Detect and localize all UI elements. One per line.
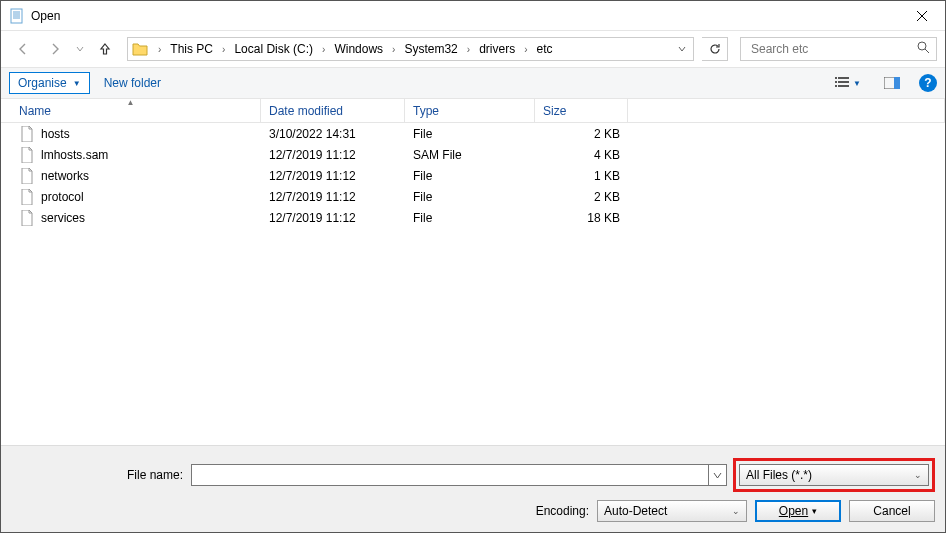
chevron-down-icon: ▼ [73, 79, 81, 88]
file-size: 2 KB [535, 190, 628, 204]
file-list[interactable]: hosts3/10/2022 14:31File2 KBlmhosts.sam1… [1, 123, 945, 445]
file-name: hosts [41, 127, 70, 141]
column-header-date[interactable]: Date modified [261, 99, 405, 122]
file-icon [19, 126, 35, 142]
view-options-button[interactable]: ▼ [831, 72, 865, 94]
column-header-type[interactable]: Type [405, 99, 535, 122]
file-date: 12/7/2019 11:12 [261, 169, 405, 183]
breadcrumb-item[interactable]: Windows [330, 38, 387, 60]
file-row[interactable]: hosts3/10/2022 14:31File2 KB [1, 123, 945, 144]
folder-icon [129, 38, 151, 60]
search-icon[interactable] [914, 41, 932, 57]
chevron-down-icon: ⌄ [732, 506, 740, 516]
file-size: 2 KB [535, 127, 628, 141]
svg-line-8 [925, 49, 929, 53]
title-bar: Open [1, 1, 945, 31]
organise-button[interactable]: Organise ▼ [9, 72, 90, 94]
breadcrumb-item[interactable]: drivers [475, 38, 519, 60]
file-type: File [405, 169, 535, 183]
encoding-select[interactable]: Auto-Detect ⌄ [597, 500, 747, 522]
file-row[interactable]: networks12/7/2019 11:12File1 KB [1, 165, 945, 186]
back-button[interactable] [9, 35, 37, 63]
file-type: File [405, 211, 535, 225]
open-button[interactable]: Open ▾ [755, 500, 841, 522]
window-title: Open [31, 9, 899, 23]
preview-pane-button[interactable] [875, 72, 909, 94]
column-header-name[interactable]: Name ▲ [1, 99, 261, 122]
file-type-filter[interactable]: All Files (*.*) ⌄ [739, 464, 929, 486]
svg-rect-12 [838, 81, 849, 83]
svg-rect-11 [835, 81, 837, 83]
file-date: 12/7/2019 11:12 [261, 211, 405, 225]
nav-row: › This PC › Local Disk (C:) › Windows › … [1, 31, 945, 67]
filename-input[interactable] [191, 464, 709, 486]
svg-rect-10 [838, 77, 849, 79]
svg-rect-9 [835, 77, 837, 79]
breadcrumb-item[interactable]: etc [533, 38, 557, 60]
file-row[interactable]: protocol12/7/2019 11:12File2 KB [1, 186, 945, 207]
sort-ascending-icon: ▲ [127, 98, 135, 107]
recent-locations-button[interactable] [73, 45, 87, 53]
file-type: SAM File [405, 148, 535, 162]
toolbar: Organise ▼ New folder ▼ ? [1, 67, 945, 99]
chevron-right-icon[interactable]: › [317, 44, 330, 55]
file-date: 12/7/2019 11:12 [261, 190, 405, 204]
column-header-spacer [628, 99, 945, 122]
filename-history-button[interactable] [709, 464, 727, 486]
file-name: services [41, 211, 85, 225]
breadcrumb-item[interactable]: System32 [400, 38, 461, 60]
column-header-size[interactable]: Size [535, 99, 628, 122]
file-icon [19, 189, 35, 205]
file-icon [19, 210, 35, 226]
chevron-down-icon: ▼ [853, 79, 861, 88]
file-row[interactable]: services12/7/2019 11:12File18 KB [1, 207, 945, 228]
file-icon [19, 168, 35, 184]
up-button[interactable] [91, 35, 119, 63]
address-bar[interactable]: › This PC › Local Disk (C:) › Windows › … [127, 37, 694, 61]
file-list-header: Name ▲ Date modified Type Size [1, 99, 945, 123]
file-name: networks [41, 169, 89, 183]
chevron-right-icon[interactable]: › [217, 44, 230, 55]
organise-label: Organise [18, 76, 67, 90]
file-icon [19, 147, 35, 163]
filename-label: File name: [11, 468, 191, 482]
chevron-right-icon[interactable]: › [462, 44, 475, 55]
chevron-right-icon[interactable]: › [153, 44, 166, 55]
svg-point-7 [918, 42, 926, 50]
encoding-value: Auto-Detect [604, 504, 667, 518]
cancel-button[interactable]: Cancel [849, 500, 935, 522]
file-size: 4 KB [535, 148, 628, 162]
refresh-button[interactable] [702, 37, 728, 61]
bottom-panel: File name: All Files (*.*) ⌄ Encoding: A… [1, 445, 945, 532]
new-folder-button[interactable]: New folder [100, 76, 165, 90]
help-button[interactable]: ? [919, 74, 937, 92]
file-date: 12/7/2019 11:12 [261, 148, 405, 162]
file-type: File [405, 127, 535, 141]
file-size: 18 KB [535, 211, 628, 225]
file-date: 3/10/2022 14:31 [261, 127, 405, 141]
notepad-icon [9, 8, 25, 24]
file-name: lmhosts.sam [41, 148, 108, 162]
filter-label: All Files (*.*) [746, 468, 812, 482]
encoding-label: Encoding: [536, 504, 589, 518]
file-row[interactable]: lmhosts.sam12/7/2019 11:12SAM File4 KB [1, 144, 945, 165]
breadcrumb-item[interactable]: This PC [166, 38, 217, 60]
chevron-right-icon[interactable]: › [519, 44, 532, 55]
svg-rect-16 [894, 77, 900, 89]
address-history-button[interactable] [671, 44, 693, 54]
breadcrumb-item[interactable]: Local Disk (C:) [230, 38, 317, 60]
open-dialog: Open › This PC › Local Disk (C:) [0, 0, 946, 533]
search-input[interactable] [749, 41, 914, 57]
svg-rect-14 [838, 85, 849, 87]
file-name: protocol [41, 190, 84, 204]
file-size: 1 KB [535, 169, 628, 183]
chevron-down-icon: ⌄ [914, 470, 922, 480]
chevron-right-icon[interactable]: › [387, 44, 400, 55]
svg-rect-13 [835, 85, 837, 87]
close-button[interactable] [899, 1, 945, 31]
filter-highlight: All Files (*.*) ⌄ [733, 458, 935, 492]
forward-button[interactable] [41, 35, 69, 63]
search-box[interactable] [740, 37, 937, 61]
file-type: File [405, 190, 535, 204]
